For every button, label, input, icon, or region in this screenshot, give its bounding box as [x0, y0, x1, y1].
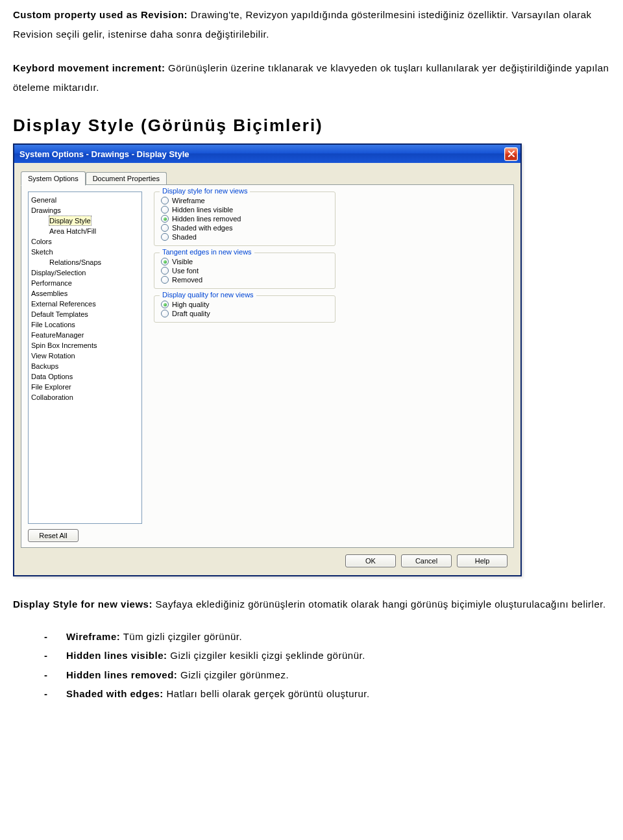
dialog-system-options: System Options - Drawings - Display Styl… — [13, 143, 522, 576]
group-display-style: Display style for new views Wireframe Hi… — [154, 191, 336, 246]
cancel-button[interactable]: Cancel — [401, 554, 452, 567]
radio-icon — [161, 310, 169, 317]
radio-visible[interactable]: Visible — [161, 257, 328, 266]
radio-icon — [161, 197, 169, 204]
tree-item-external-references[interactable]: External References — [30, 299, 140, 309]
reset-all-button[interactable]: Reset All — [28, 529, 79, 542]
bullet-list: - Wireframe: Tüm gizli çizgiler görünür.… — [13, 627, 610, 703]
tab-document-properties[interactable]: Document Properties — [86, 172, 167, 185]
radio-removed[interactable]: Removed — [161, 275, 328, 284]
tree-item-display-style[interactable]: Display Style — [30, 216, 140, 226]
group-tangent-edges: Tangent edges in new views Visible Use f… — [154, 253, 336, 289]
tree-item-data-options[interactable]: Data Options — [30, 371, 140, 382]
tree-item-spin-box-increments[interactable]: Spin Box Increments — [30, 340, 140, 351]
radio-icon — [161, 258, 169, 266]
below-rest: Sayfaya eklediğiniz görünüşlerin otomati… — [153, 599, 606, 610]
tree-item-drawings[interactable]: Drawings — [30, 205, 140, 216]
help-button[interactable]: Help — [457, 554, 507, 567]
tree-item-performance[interactable]: Performance — [30, 278, 140, 288]
paragraph-keyboard-increment: Keybord movement increment: Görünüşlerin… — [13, 58, 610, 97]
tree-item-sketch[interactable]: Sketch — [30, 247, 140, 257]
para1-lead: Custom property used as Revision: — [13, 9, 188, 20]
radio-draft-quality[interactable]: Draft quality — [161, 309, 328, 318]
radio-shaded-with-edges[interactable]: Shaded with edges — [161, 223, 328, 232]
tree-item-featuremanager[interactable]: FeatureManager — [30, 330, 140, 340]
tree-item-collaboration[interactable]: Collaboration — [30, 392, 140, 402]
ok-button[interactable]: OK — [345, 554, 396, 567]
radio-wireframe[interactable]: Wireframe — [161, 196, 328, 205]
radio-hidden-lines-removed[interactable]: Hidden lines removed — [161, 214, 328, 223]
tree-item-file-explorer[interactable]: File Explorer — [30, 382, 140, 392]
radio-high-quality[interactable]: High quality — [161, 300, 328, 309]
paragraph-display-style-for-new-views: Display Style for new views: Sayfaya ekl… — [13, 595, 610, 614]
paragraph-custom-property: Custom property used as Revision: Drawin… — [13, 5, 610, 44]
radio-shaded[interactable]: Shaded — [161, 232, 328, 241]
para2-lead: Keybord movement increment: — [13, 62, 165, 73]
bullet-wireframe: - Wireframe: Tüm gizli çizgiler görünür. — [44, 627, 610, 646]
bullet-hidden-lines-removed: - Hidden lines removed: Gizli çizgiler g… — [44, 665, 610, 684]
tree-item-area-hatch-fill[interactable]: Area Hatch/Fill — [30, 226, 140, 236]
below-lead: Display Style for new views: — [13, 599, 153, 610]
radio-icon — [161, 301, 169, 308]
dialog-titlebar[interactable]: System Options - Drawings - Display Styl… — [14, 145, 520, 163]
tree-item-backups[interactable]: Backups — [30, 361, 140, 371]
radio-icon — [161, 233, 169, 241]
radio-icon — [161, 276, 169, 284]
tab-system-options[interactable]: System Options — [21, 171, 86, 186]
bullet-shaded-with-edges: - Shaded with edges: Hatları belli olara… — [44, 684, 610, 703]
radio-icon — [161, 267, 169, 275]
radio-icon — [161, 206, 169, 214]
bullet-hidden-lines-visible: - Hidden lines visible: Gizli çizgiler k… — [44, 646, 610, 665]
dialog-button-row: OK Cancel Help — [21, 548, 514, 567]
options-right-pane: Display style for new views Wireframe Hi… — [142, 185, 513, 547]
tree-item-view-rotation[interactable]: View Rotation — [30, 351, 140, 361]
group-display-style-label: Display style for new views — [160, 187, 250, 195]
tree-item-relations-snaps[interactable]: Relations/Snaps — [30, 257, 140, 267]
section-heading: Display Style (Görünüş Biçimleri) — [13, 116, 610, 136]
close-icon — [508, 151, 515, 157]
tab-row: System Options Document Properties — [21, 169, 514, 185]
dialog-title: System Options - Drawings - Display Styl… — [19, 149, 189, 159]
group-display-quality-label: Display quality for new views — [160, 291, 256, 299]
tree-item-file-locations[interactable]: File Locations — [30, 319, 140, 330]
radio-use-font[interactable]: Use font — [161, 266, 328, 275]
close-button[interactable] — [504, 147, 518, 161]
options-tree[interactable]: General Drawings Display Style Area Hatc… — [28, 191, 142, 524]
radio-icon — [161, 215, 169, 223]
tree-item-display-selection[interactable]: Display/Selection — [30, 267, 140, 278]
radio-icon — [161, 224, 169, 232]
group-tangent-edges-label: Tangent edges in new views — [160, 248, 254, 256]
tree-item-colors[interactable]: Colors — [30, 236, 140, 247]
tree-item-general[interactable]: General — [30, 195, 140, 205]
tab-panel: General Drawings Display Style Area Hatc… — [21, 184, 514, 548]
radio-hidden-lines-visible[interactable]: Hidden lines visible — [161, 205, 328, 214]
tree-item-default-templates[interactable]: Default Templates — [30, 309, 140, 319]
tree-item-assemblies[interactable]: Assemblies — [30, 288, 140, 299]
group-display-quality: Display quality for new views High quali… — [154, 295, 336, 323]
